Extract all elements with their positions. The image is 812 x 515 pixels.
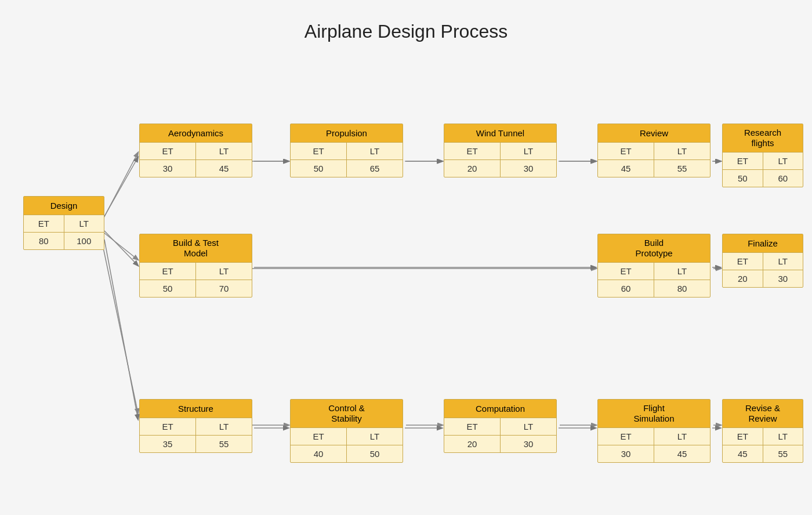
- node-propulsion-label: Propulsion: [291, 124, 403, 143]
- node-controlstab-label: Control & Stability: [291, 400, 403, 428]
- node-aerodynamics-label: Aerodynamics: [140, 124, 252, 143]
- node-researchflights-label: Research flights: [723, 124, 803, 153]
- svg-line-15: [104, 240, 138, 419]
- node-windtunnel-label: Wind Tunnel: [444, 124, 556, 143]
- svg-line-0: [102, 153, 138, 222]
- node-structure: Structure ET LT 35 55: [139, 399, 252, 453]
- node-propulsion: Propulsion ET LT 50 65: [290, 124, 403, 177]
- node-flightsim: Flight Simulation ET LT 30 45: [597, 399, 710, 463]
- node-flightsim-label: Flight Simulation: [598, 400, 710, 428]
- node-structure-label: Structure: [140, 400, 252, 418]
- node-computation: Computation ET LT 20 30: [444, 399, 557, 453]
- node-buildtest-label: Build & Test Model: [140, 234, 252, 263]
- node-design-label: Design: [24, 197, 104, 215]
- node-finalize-label: Finalize: [723, 234, 803, 253]
- node-review: Review ET LT 45 55: [597, 124, 710, 177]
- node-controlstab: Control & Stability ET LT 40 50: [290, 399, 403, 463]
- node-design: Design ET LT 80 100: [23, 196, 104, 250]
- node-revisereview-label: Revise & Review: [723, 400, 803, 428]
- node-buildtest: Build & Test Model ET LT 50 70: [139, 234, 252, 298]
- node-windtunnel: Wind Tunnel ET LT 20 30: [444, 124, 557, 177]
- node-researchflights: Research flights ET LT 50 60: [722, 124, 803, 187]
- diagram: Design ET LT 80 100 Aerodynamics ET LT 3…: [6, 54, 806, 506]
- node-review-label: Review: [598, 124, 710, 143]
- svg-line-14: [104, 231, 138, 266]
- node-finalize: Finalize ET LT 20 30: [722, 234, 803, 288]
- lt-label: LT: [64, 215, 104, 232]
- svg-line-13: [104, 157, 138, 216]
- node-design-lt: 100: [64, 233, 104, 249]
- svg-line-2: [102, 240, 138, 414]
- page-title: Airplane Design Process: [304, 21, 507, 42]
- node-buildproto: Build Prototype ET LT 60 80: [597, 234, 710, 298]
- node-computation-label: Computation: [444, 400, 556, 418]
- svg-line-1: [102, 231, 138, 260]
- node-revisereview: Revise & Review ET LT 45 55: [722, 399, 803, 463]
- node-design-et: 80: [24, 233, 64, 249]
- node-buildproto-label: Build Prototype: [598, 234, 710, 263]
- node-aerodynamics: Aerodynamics ET LT 30 45: [139, 124, 252, 177]
- et-label: ET: [24, 215, 64, 232]
